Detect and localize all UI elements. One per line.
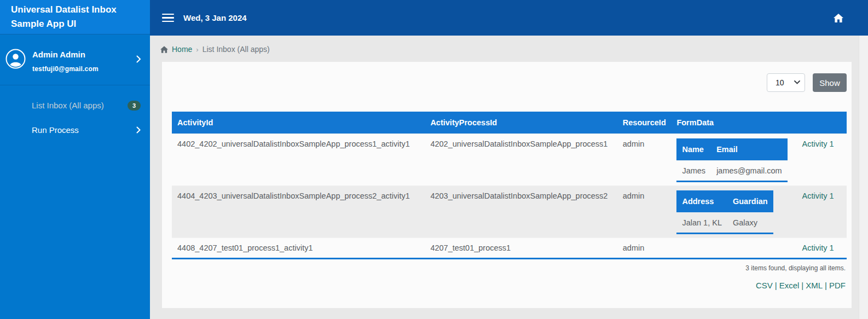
cell-resource-id: admin bbox=[617, 238, 672, 259]
formdata-value: James bbox=[676, 161, 711, 182]
home-icon[interactable] bbox=[834, 14, 843, 22]
column-header-activityprocessid: ActivityProcessId bbox=[425, 112, 617, 134]
cell-action: Activity 1 bbox=[789, 186, 847, 238]
breadcrumb-separator: › bbox=[196, 45, 198, 54]
app-title: Universal Datalist Inbox Sample App UI bbox=[0, 0, 150, 34]
topbar-date: Wed, 3 Jan 2024 bbox=[183, 13, 247, 22]
items-found-summary: 3 items found, displaying all items. bbox=[172, 259, 847, 272]
sidebar-menu: List Inbox (All apps) 3 Run Process bbox=[0, 85, 150, 142]
breadcrumb-current: List Inbox (All apps) bbox=[202, 45, 270, 54]
topbar: Wed, 3 Jan 2024 bbox=[150, 0, 868, 36]
formdata-header: Name bbox=[676, 138, 711, 161]
column-header-action bbox=[789, 112, 847, 134]
cell-form-data: Name Email James james@gmail.com bbox=[671, 134, 789, 186]
export-pdf-link[interactable]: PDF bbox=[829, 281, 846, 290]
cell-form-data bbox=[671, 238, 789, 259]
export-xml-link[interactable]: XML bbox=[806, 281, 823, 290]
chevron-right-icon bbox=[136, 55, 141, 65]
cell-action: Activity 1 bbox=[789, 238, 847, 259]
home-icon bbox=[160, 46, 168, 53]
page-size-select-wrap: 10 bbox=[767, 73, 805, 92]
sidebar-item-list-inbox[interactable]: List Inbox (All apps) 3 bbox=[0, 93, 150, 118]
sidebar: Universal Datalist Inbox Sample App UI A… bbox=[0, 0, 150, 319]
sidebar-item-run-process[interactable]: Run Process bbox=[0, 118, 150, 142]
activity-link[interactable]: Activity 1 bbox=[802, 192, 834, 200]
app-window: Universal Datalist Inbox Sample App UI A… bbox=[0, 0, 868, 319]
main-area: Wed, 3 Jan 2024 Home › List Inbox (All a… bbox=[150, 0, 868, 319]
profile-section[interactable]: Admin Admin testfuji0@gmail.com bbox=[0, 34, 150, 85]
formdata-table: Name Email James james@gmail.com bbox=[676, 138, 787, 182]
column-header-resourceid: ResourceId bbox=[617, 112, 672, 134]
sidebar-item-label: Run Process bbox=[32, 125, 79, 135]
breadcrumb: Home › List Inbox (All apps) bbox=[150, 36, 868, 62]
export-separator: | bbox=[801, 281, 803, 290]
cell-action: Activity 1 bbox=[789, 134, 847, 186]
profile-name: Admin Admin bbox=[32, 50, 99, 59]
export-separator: | bbox=[825, 281, 827, 290]
formdata-header: Guardian bbox=[727, 190, 773, 213]
export-csv-link[interactable]: CSV bbox=[756, 281, 773, 290]
export-links: CSV|Excel|XML|PDF bbox=[172, 281, 847, 290]
cell-activity-process-id: 4202_universalDatalistInboxSampleApp_pro… bbox=[425, 134, 617, 186]
formdata-value: james@gmail.com bbox=[711, 161, 787, 182]
inbox-table: ActivityId ActivityProcessId ResourceId … bbox=[172, 112, 847, 259]
cell-activity-id: 4402_4202_universalDatalistInboxSampleAp… bbox=[172, 134, 425, 186]
table-header-row: ActivityId ActivityProcessId ResourceId … bbox=[172, 112, 847, 134]
table-row: 4402_4202_universalDatalistInboxSampleAp… bbox=[172, 134, 847, 186]
formdata-header: Email bbox=[711, 138, 787, 161]
activity-link[interactable]: Activity 1 bbox=[802, 140, 834, 148]
formdata-table: Address Guardian Jalan 1, KL Galaxy bbox=[676, 190, 773, 234]
cell-resource-id: admin bbox=[617, 134, 672, 186]
cell-activity-process-id: 4203_universalDatalistInboxSampleApp_pro… bbox=[425, 186, 617, 238]
show-button[interactable]: Show bbox=[813, 73, 847, 92]
user-avatar-icon bbox=[5, 49, 26, 69]
breadcrumb-home-link[interactable]: Home bbox=[172, 45, 192, 54]
formdata-value: Jalan 1, KL bbox=[676, 213, 727, 234]
column-header-formdata: FormData bbox=[671, 112, 789, 134]
sidebar-item-label: List Inbox (All apps) bbox=[32, 101, 104, 110]
page-size-select[interactable]: 10 bbox=[767, 73, 805, 92]
column-header-activityid: ActivityId bbox=[172, 112, 425, 134]
hamburger-menu-icon[interactable] bbox=[162, 14, 174, 22]
cell-activity-id: 4408_4207_test01_process1_activity1 bbox=[172, 238, 425, 259]
profile-email: testfuji0@gmail.com bbox=[32, 65, 99, 73]
scrollbar-track[interactable] bbox=[859, 36, 868, 319]
inbox-count-badge: 3 bbox=[128, 101, 141, 111]
cell-activity-id: 4404_4203_universalDatalistInboxSampleAp… bbox=[172, 186, 425, 238]
chevron-right-icon bbox=[136, 126, 141, 134]
table-row: 4404_4203_universalDatalistInboxSampleAp… bbox=[172, 186, 847, 238]
table-row: 4408_4207_test01_process1_activity1 4207… bbox=[172, 238, 847, 259]
export-separator: | bbox=[775, 281, 777, 290]
cell-activity-process-id: 4207_test01_process1 bbox=[425, 238, 617, 259]
activity-link[interactable]: Activity 1 bbox=[802, 243, 834, 252]
cell-resource-id: admin bbox=[617, 186, 672, 238]
table-controls: 10 Show bbox=[172, 73, 847, 92]
content-area: Home › List Inbox (All apps) 10 Show bbox=[150, 36, 868, 319]
formdata-value: Galaxy bbox=[727, 213, 773, 234]
formdata-header: Address bbox=[676, 190, 727, 213]
cell-form-data: Address Guardian Jalan 1, KL Galaxy bbox=[671, 186, 789, 238]
export-excel-link[interactable]: Excel bbox=[779, 281, 800, 290]
inbox-card: 10 Show ActivityId ActivityProcessId bbox=[162, 62, 852, 308]
